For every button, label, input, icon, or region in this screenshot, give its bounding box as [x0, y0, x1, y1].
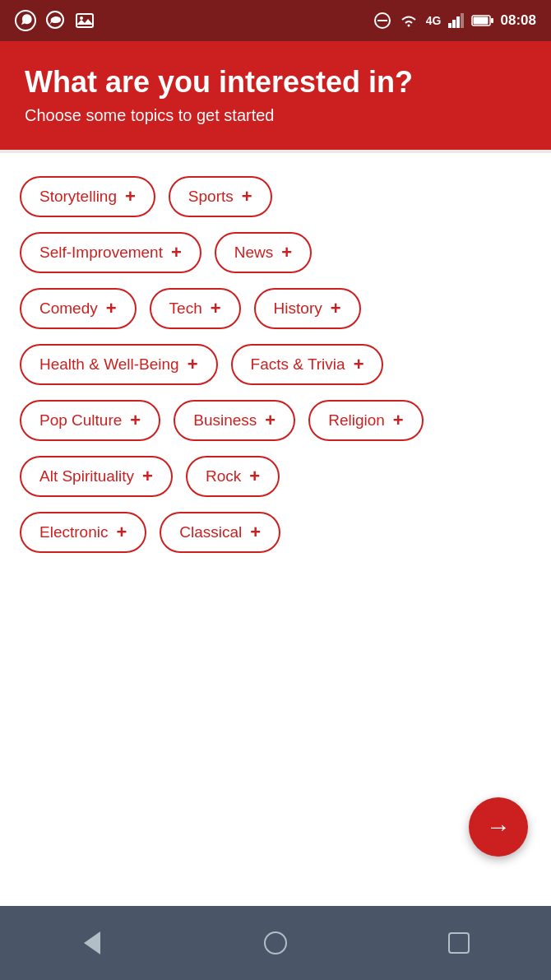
topic-plus-storytelling: + [125, 188, 136, 206]
topic-label-business: Business [193, 411, 257, 430]
status-bar: 4G 08:08 [0, 0, 551, 41]
page-title: What are you interested in? [25, 64, 526, 100]
status-bar-right: 4G 08:08 [373, 12, 536, 30]
battery-icon [471, 14, 494, 27]
topic-chip-health-well-being[interactable]: Health & Well-Being+ [20, 344, 218, 385]
arrow-icon: → [486, 813, 511, 841]
whatsapp-icon [15, 10, 36, 31]
topics-row-3: Health & Well-Being+Facts & Trivia+ [20, 344, 531, 385]
topics-area: Storytelling+Sports+Self-Improvement+New… [0, 153, 551, 906]
topic-label-facts-trivia: Facts & Trivia [251, 355, 345, 374]
svg-rect-12 [491, 18, 493, 23]
topic-label-comedy: Comedy [39, 300, 98, 318]
topic-chip-comedy[interactable]: Comedy+ [20, 288, 137, 329]
topic-plus-history: + [331, 300, 341, 318]
image-icon [74, 10, 95, 31]
header: What are you interested in? Choose some … [0, 41, 551, 150]
topics-row-6: Electronic+Classical+ [20, 512, 531, 553]
topics-row-5: Alt Spirituality+Rock+ [20, 456, 531, 497]
recents-icon [448, 932, 470, 954]
topic-chip-rock[interactable]: Rock+ [186, 456, 280, 497]
topic-label-storytelling: Storytelling [39, 188, 117, 206]
topic-plus-health-well-being: + [188, 355, 198, 374]
home-button[interactable] [261, 928, 290, 958]
svg-rect-6 [448, 23, 451, 28]
topic-chip-facts-trivia[interactable]: Facts & Trivia+ [231, 344, 384, 385]
topic-plus-electronic: + [116, 523, 127, 541]
svg-point-3 [80, 16, 83, 20]
topic-label-classical: Classical [179, 523, 242, 541]
topics-row-2: Comedy+Tech+History+ [20, 288, 531, 329]
topics-grid: Storytelling+Sports+Self-Improvement+New… [20, 176, 531, 553]
page-subtitle: Choose some topics to get started [25, 106, 526, 125]
topic-plus-facts-trivia: + [354, 355, 364, 374]
svg-rect-2 [76, 14, 93, 27]
back-icon [84, 931, 100, 954]
topic-chip-news[interactable]: News+ [215, 232, 312, 273]
topic-plus-self-improvement: + [171, 244, 182, 262]
topic-chip-sports[interactable]: Sports+ [169, 176, 272, 217]
topic-chip-alt-spirituality[interactable]: Alt Spirituality+ [20, 456, 173, 497]
svg-rect-8 [456, 16, 460, 28]
topic-label-rock: Rock [206, 467, 241, 485]
svg-rect-11 [473, 17, 488, 25]
recents-button[interactable] [444, 928, 474, 958]
svg-rect-9 [461, 13, 464, 28]
topic-label-sports: Sports [188, 188, 234, 206]
topic-label-electronic: Electronic [39, 523, 108, 541]
topic-label-health-well-being: Health & Well-Being [39, 355, 179, 374]
messenger-icon [44, 10, 66, 31]
topic-plus-comedy: + [106, 300, 117, 318]
topics-row-0: Storytelling+Sports+ [20, 176, 531, 217]
topic-plus-tech: + [211, 300, 221, 318]
next-button[interactable]: → [469, 797, 528, 857]
topic-chip-pop-culture[interactable]: Pop Culture+ [20, 400, 160, 441]
topic-chip-tech[interactable]: Tech+ [150, 288, 241, 329]
topic-label-alt-spirituality: Alt Spirituality [39, 467, 134, 485]
home-icon [264, 931, 287, 954]
bottom-nav [0, 906, 551, 980]
topic-plus-news: + [281, 244, 292, 262]
topic-chip-business[interactable]: Business+ [174, 400, 295, 441]
topic-label-pop-culture: Pop Culture [39, 411, 122, 430]
topic-plus-religion: + [393, 411, 404, 430]
status-bar-icons [15, 10, 95, 31]
topic-label-religion: Religion [328, 411, 385, 430]
signal-icon [448, 13, 465, 28]
topics-row-1: Self-Improvement+News+ [20, 232, 531, 273]
topic-chip-classical[interactable]: Classical+ [160, 512, 280, 553]
svg-rect-7 [452, 20, 456, 28]
topic-chip-storytelling[interactable]: Storytelling+ [20, 176, 155, 217]
back-button[interactable] [77, 928, 107, 958]
topic-plus-alt-spirituality: + [142, 467, 153, 485]
block-icon [373, 12, 391, 30]
topic-plus-business: + [265, 411, 276, 430]
wifi-icon [398, 12, 419, 29]
topic-label-self-improvement: Self-Improvement [39, 244, 163, 262]
topic-chip-religion[interactable]: Religion+ [308, 400, 424, 441]
topic-plus-sports: + [242, 188, 252, 206]
topics-row-4: Pop Culture+Business+Religion+ [20, 400, 531, 441]
topic-plus-rock: + [249, 467, 260, 485]
topic-label-history: History [274, 300, 322, 318]
time-label: 08:08 [501, 12, 536, 29]
topic-plus-classical: + [250, 523, 261, 541]
topic-chip-self-improvement[interactable]: Self-Improvement+ [20, 232, 201, 273]
topic-label-news: News [234, 244, 274, 262]
topic-plus-pop-culture: + [130, 411, 141, 430]
topic-label-tech: Tech [169, 300, 202, 318]
network-label: 4G [426, 14, 442, 27]
topic-chip-electronic[interactable]: Electronic+ [20, 512, 146, 553]
topic-chip-history[interactable]: History+ [254, 288, 361, 329]
